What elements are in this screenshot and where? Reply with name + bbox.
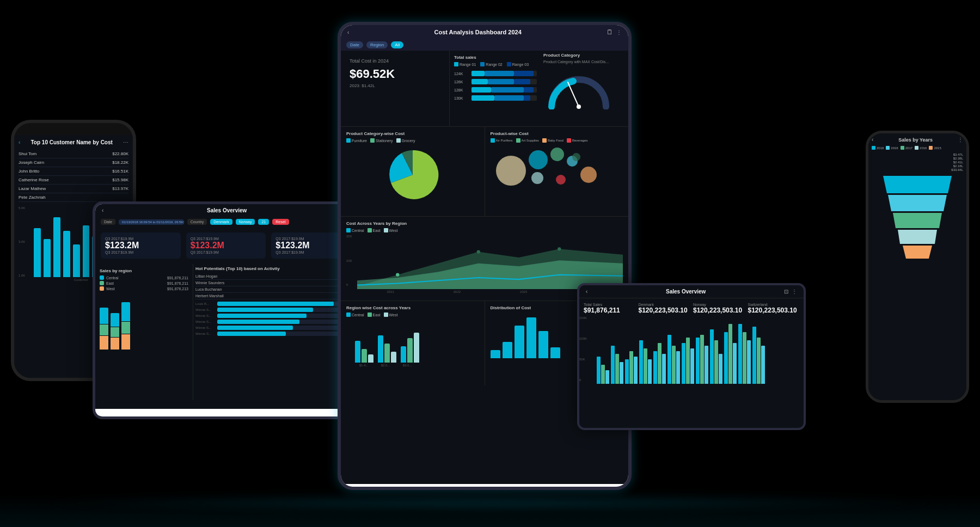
filter-icon[interactable]: ⊡: [784, 289, 788, 295]
bar: [362, 349, 367, 363]
date-filter-label[interactable]: Date: [101, 219, 115, 225]
back-icon[interactable]: ‹: [19, 139, 20, 145]
svg-point-6: [396, 273, 399, 277]
device-shadow: [27, 494, 953, 511]
customer-name: Pete Zachriah: [19, 195, 46, 200]
funnel-tier-5: [901, 246, 934, 259]
hbar-r2: [491, 87, 524, 93]
more-icon[interactable]: ⋯: [123, 139, 128, 145]
count-badge[interactable]: 21: [258, 219, 269, 225]
value-row: $2.41L: [872, 161, 963, 164]
hbar-r3: [514, 71, 534, 76]
hbar-row: Winnie S...: [195, 308, 354, 312]
stacked-bar-segment: [121, 302, 130, 321]
legend-item: 2019: [872, 146, 884, 150]
kpi-value: $120,223,503.10: [693, 307, 745, 314]
hbar-row: 124K: [454, 71, 537, 76]
value: $2.41L: [953, 161, 963, 164]
notification-icon[interactable]: 🗒: [607, 28, 613, 36]
bar-group: [724, 324, 737, 384]
more-icon[interactable]: ⋮: [792, 289, 797, 295]
bar: [728, 324, 732, 384]
bar: [662, 354, 666, 384]
more-icon[interactable]: ⋮: [616, 29, 622, 35]
denmark-badge[interactable]: Denmark: [210, 219, 232, 225]
bar: [407, 338, 413, 363]
kpi-value: $120,223,503.10: [639, 307, 690, 314]
funnel-tier-3: [890, 213, 945, 228]
legend-label: 2015: [934, 146, 941, 150]
customer-row: Catherine Rose $15.98K: [19, 176, 128, 185]
svg-point-8: [558, 247, 561, 250]
hbar-label: 124K: [454, 72, 471, 76]
region-item: Central $91,876,211: [100, 275, 188, 280]
bubble: [531, 172, 543, 184]
hbar-label: Winnie S...: [195, 314, 217, 317]
legend-dot: [370, 138, 375, 143]
bar: [658, 343, 661, 384]
phone-right-screen: ‹ Sales by Years ⋮ 2019 2018 2017 2016: [868, 133, 966, 400]
bar: [672, 346, 676, 384]
legend-item: East: [367, 228, 381, 232]
tablet-center-title: Cost Analysis Dashboard 2024: [349, 29, 607, 35]
phone-right-title: Sales by Years: [873, 137, 958, 143]
stacked-bar-segment: [111, 327, 119, 337]
legend-item: 2018: [886, 146, 898, 150]
hbar-r3: [524, 95, 530, 101]
svg-line-0: [568, 82, 579, 107]
value: $2.18L: [953, 164, 963, 168]
kpi-value: $91,876,211: [584, 307, 635, 314]
kpi-sub: Q3 2017:$19.9M: [191, 250, 262, 254]
sales-by-years-legend: 2019 2018 2017 2016 2015: [872, 146, 963, 150]
y-axis: 150K 100K 50K 0: [579, 316, 587, 382]
legend-item: West: [384, 228, 398, 232]
legend-dot: [384, 312, 388, 317]
value: $2.38L: [953, 157, 963, 160]
legend-label: 2017: [905, 146, 912, 150]
legend-dot: [480, 62, 485, 66]
date-filter[interactable]: Date: [346, 41, 363, 48]
bar: [401, 346, 406, 363]
region-filter[interactable]: Region: [366, 41, 388, 48]
kpi-label: Total Cost in 2024: [350, 58, 440, 64]
y-label: 0: [579, 378, 587, 382]
bubble: [496, 156, 526, 186]
legend-item: East: [367, 312, 381, 317]
more-icon[interactable]: ⋮: [958, 137, 963, 143]
hot-potentials-panel: Hot Potentials (Top 10) based on Activit…: [193, 264, 357, 400]
hbar-label: Louis B...: [195, 302, 217, 305]
bubble-section-title: Product-wise Cost: [491, 131, 623, 136]
bar: [653, 351, 657, 384]
all-filter[interactable]: All: [391, 41, 403, 48]
legend-dot: [886, 146, 890, 150]
bar: [724, 332, 728, 384]
reset-button[interactable]: Reset: [272, 219, 289, 225]
kpi-switzerland: Switzerland $120,223,503.10: [748, 303, 800, 314]
sales-region-title: Sales by region: [100, 268, 188, 273]
region-legend: Central $91,876,211 East $91,876,211 Wes…: [100, 275, 188, 291]
bar: [605, 370, 609, 384]
stacked-bar-segment: [111, 338, 119, 350]
bar-group: [625, 351, 638, 384]
legend-dot: [507, 62, 511, 66]
date-filter-value[interactable]: 01/13/2018 16:09:54 to 01/11/2019, 26:59…: [119, 219, 184, 225]
country-filter[interactable]: Country: [187, 219, 207, 225]
legend-dot: [367, 312, 372, 317]
total-cost-kpi: Total Cost in 2024 $69.52K 2023: $1.42L: [341, 51, 450, 126]
bar: [738, 324, 742, 384]
customer-row: Joseph Cairn $18.22K: [19, 158, 128, 167]
bar: [710, 329, 714, 384]
tablet-left-title: Sales Overview: [103, 207, 350, 213]
norway-badge[interactable]: Norway: [236, 219, 255, 225]
row1: Total Cost in 2024 $69.52K 2023: $1.42L …: [341, 51, 628, 127]
bar: [601, 365, 605, 384]
hbar-label: Winnie S...: [195, 308, 217, 311]
bubble: [556, 175, 566, 185]
tablet-right-device: ‹ Sales Overview ⊡ ⋮ Total Sales $91,876…: [577, 283, 806, 430]
dist-bar: [503, 342, 512, 358]
legend-dot: [346, 138, 351, 143]
legend-dot: [396, 138, 401, 143]
tablet-left-bottom: Sales by region Central $91,876,211 East…: [95, 264, 357, 400]
region-cost-title: Region wise Cost across Years: [346, 305, 479, 310]
hot-row: Herbert Marshall: [195, 293, 354, 299]
